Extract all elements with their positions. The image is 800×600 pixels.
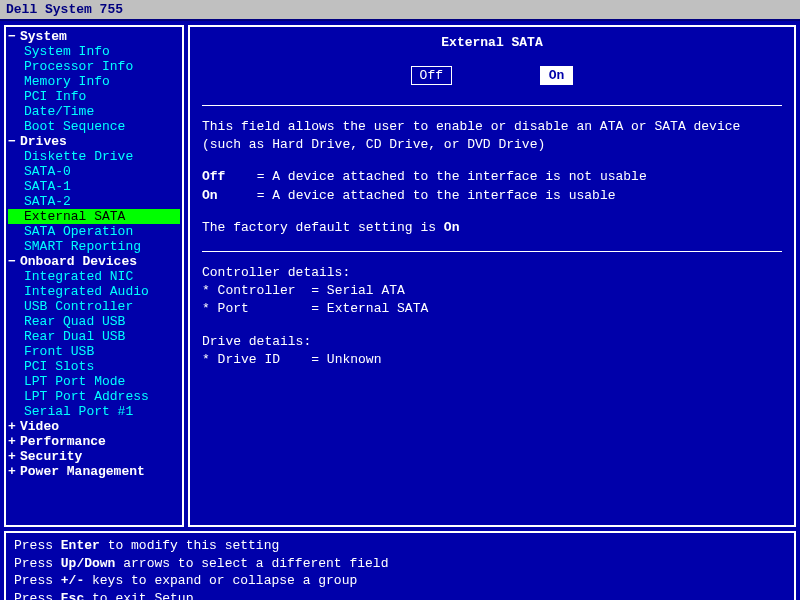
default-line: The factory default setting is On (202, 219, 782, 237)
off-label: Off (202, 169, 225, 184)
sidebar-group-label: Onboard Devices (20, 254, 137, 269)
sidebar-group-power-management[interactable]: +Power Management (8, 464, 180, 479)
sidebar-group-label: Security (20, 449, 82, 464)
help-line-2: Press Up/Down arrows to select a differe… (14, 555, 786, 573)
controller-details: Controller details: * Controller = Seria… (202, 264, 782, 319)
sidebar-item-sata-0[interactable]: SATA-0 (8, 164, 180, 179)
sidebar: −SystemSystem InfoProcessor InfoMemory I… (4, 25, 184, 527)
sidebar-item-integrated-nic[interactable]: Integrated NIC (8, 269, 180, 284)
title-bar: Dell System 755 (0, 0, 800, 21)
sidebar-item-date-time[interactable]: Date/Time (8, 104, 180, 119)
sidebar-item-sata-2[interactable]: SATA-2 (8, 194, 180, 209)
sidebar-group-drives[interactable]: −Drives (8, 134, 180, 149)
setting-title: External SATA (202, 35, 782, 50)
plus-icon: + (8, 449, 20, 464)
port-label: * Port (202, 301, 249, 316)
drive-heading: Drive details: (202, 334, 311, 349)
sidebar-group-label: Drives (20, 134, 67, 149)
sidebar-group-system[interactable]: −System (8, 29, 180, 44)
on-label: On (202, 188, 218, 203)
sidebar-item-usb-controller[interactable]: USB Controller (8, 299, 180, 314)
controller-value: = Serial ATA (311, 283, 405, 298)
sidebar-group-label: Performance (20, 434, 106, 449)
sidebar-item-serial-port-1[interactable]: Serial Port #1 (8, 404, 180, 419)
on-desc: = A device attached to the interface is … (257, 188, 616, 203)
main-area: −SystemSystem InfoProcessor InfoMemory I… (0, 21, 800, 531)
sidebar-item-system-info[interactable]: System Info (8, 44, 180, 59)
sidebar-item-rear-dual-usb[interactable]: Rear Dual USB (8, 329, 180, 344)
sidebar-item-boot-sequence[interactable]: Boot Sequence (8, 119, 180, 134)
sidebar-group-label: System (20, 29, 67, 44)
plus-icon: + (8, 434, 20, 449)
controller-heading: Controller details: (202, 265, 350, 280)
option-on[interactable]: On (540, 66, 574, 85)
sidebar-group-onboard-devices[interactable]: −Onboard Devices (8, 254, 180, 269)
driveid-value: = Unknown (311, 352, 381, 367)
plus-icon: + (8, 419, 20, 434)
sidebar-item-rear-quad-usb[interactable]: Rear Quad USB (8, 314, 180, 329)
option-off[interactable]: Off (411, 66, 452, 85)
sidebar-group-performance[interactable]: +Performance (8, 434, 180, 449)
options-row: Off On (202, 66, 782, 85)
sidebar-group-security[interactable]: +Security (8, 449, 180, 464)
sidebar-item-memory-info[interactable]: Memory Info (8, 74, 180, 89)
sidebar-item-lpt-port-mode[interactable]: LPT Port Mode (8, 374, 180, 389)
divider (202, 105, 782, 106)
sidebar-item-diskette-drive[interactable]: Diskette Drive (8, 149, 180, 164)
content-panel: External SATA Off On This field allows t… (188, 25, 796, 527)
sidebar-group-video[interactable]: +Video (8, 419, 180, 434)
sidebar-group-label: Video (20, 419, 59, 434)
sidebar-item-external-sata[interactable]: External SATA (8, 209, 180, 224)
sidebar-item-integrated-audio[interactable]: Integrated Audio (8, 284, 180, 299)
off-line: Off = A device attached to the interface… (202, 168, 782, 204)
help-line-3: Press +/- keys to expand or collapse a g… (14, 572, 786, 590)
help-line-4: Press Esc to exit Setup (14, 590, 786, 600)
off-desc: = A device attached to the interface is … (257, 169, 647, 184)
port-value: = External SATA (311, 301, 428, 316)
sidebar-item-front-usb[interactable]: Front USB (8, 344, 180, 359)
sidebar-item-sata-operation[interactable]: SATA Operation (8, 224, 180, 239)
controller-label: * Controller (202, 283, 296, 298)
help-footer: Press Enter to modify this setting Press… (4, 531, 796, 600)
sidebar-item-pci-info[interactable]: PCI Info (8, 89, 180, 104)
sidebar-group-label: Power Management (20, 464, 145, 479)
sidebar-item-processor-info[interactable]: Processor Info (8, 59, 180, 74)
setting-description: This field allows the user to enable or … (202, 118, 782, 154)
divider (202, 251, 782, 252)
plus-icon: + (8, 464, 20, 479)
drive-details: Drive details: * Drive ID = Unknown (202, 333, 782, 369)
minus-icon: − (8, 134, 20, 149)
window-title: Dell System 755 (6, 2, 123, 17)
default-value: On (444, 220, 460, 235)
sidebar-item-smart-reporting[interactable]: SMART Reporting (8, 239, 180, 254)
help-line-1: Press Enter to modify this setting (14, 537, 786, 555)
minus-icon: − (8, 254, 20, 269)
sidebar-item-sata-1[interactable]: SATA-1 (8, 179, 180, 194)
driveid-label: * Drive ID (202, 352, 280, 367)
sidebar-item-lpt-port-address[interactable]: LPT Port Address (8, 389, 180, 404)
default-prefix: The factory default setting is (202, 220, 444, 235)
minus-icon: − (8, 29, 20, 44)
sidebar-item-pci-slots[interactable]: PCI Slots (8, 359, 180, 374)
